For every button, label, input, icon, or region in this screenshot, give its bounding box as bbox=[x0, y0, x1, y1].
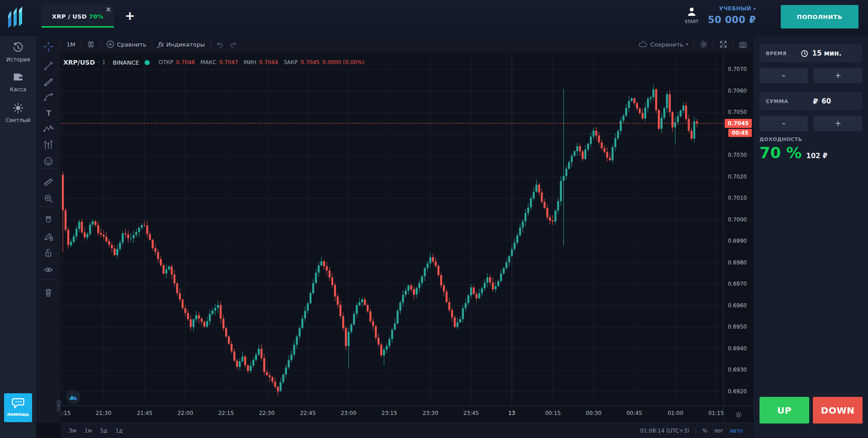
clock-icon bbox=[801, 50, 808, 57]
axis-settings-icon bbox=[735, 411, 742, 419]
toolbar-separator bbox=[40, 168, 57, 169]
crosshair-icon[interactable] bbox=[43, 42, 53, 52]
time-tick: 01:00 bbox=[665, 410, 686, 416]
candlestick-chart[interactable] bbox=[61, 52, 723, 405]
chart-legend: XRP/USD · 1 · BINANCE ОТКР 0.7046 МАКС 0… bbox=[63, 58, 364, 67]
sidebar-item-label: История bbox=[0, 57, 36, 63]
range-3m-button[interactable]: 3м bbox=[69, 428, 76, 434]
account-type-dropdown[interactable]: УЧЕБНЫЙ ▾ bbox=[703, 5, 756, 12]
lock-icon[interactable] bbox=[43, 248, 53, 258]
time-minus-button[interactable]: - bbox=[760, 68, 808, 83]
amount-label: СУММА bbox=[766, 99, 788, 104]
save-layout-button[interactable]: Сохранить ▾ bbox=[633, 36, 693, 52]
time-field[interactable]: ВРЕМЯ 15 мин. bbox=[760, 44, 862, 62]
price-tick: 0.6970 bbox=[728, 281, 747, 287]
drawing-toolbar: T bbox=[36, 36, 61, 423]
wallet-icon bbox=[12, 71, 24, 83]
time-tick: 23:00 bbox=[338, 410, 359, 416]
time-value: 15 мин. bbox=[812, 49, 841, 57]
down-button[interactable]: DOWN bbox=[813, 397, 863, 424]
price-tick: 0.6940 bbox=[728, 345, 747, 352]
price-tick: 0.7010 bbox=[728, 195, 747, 201]
chart-bottom-bar: 3м 1м 5д 1д 01:08:14 (UTC+3) % лог авто bbox=[61, 423, 753, 438]
time-plus-button[interactable]: + bbox=[814, 68, 862, 83]
compare-button[interactable]: Сравнить bbox=[101, 36, 152, 52]
tab-label: XRP / USD70% bbox=[42, 13, 114, 20]
tab-symbol: XRP / USD bbox=[52, 13, 87, 20]
ruler-icon[interactable] bbox=[43, 177, 53, 187]
sidebar-item-history[interactable]: История bbox=[0, 42, 36, 63]
eye-icon[interactable] bbox=[43, 265, 53, 275]
tab-close-icon[interactable]: × bbox=[105, 5, 111, 14]
price-tick: 0.6920 bbox=[728, 388, 747, 395]
asset-tab[interactable]: × XRP / USD70% bbox=[42, 5, 114, 28]
chart-type-button[interactable] bbox=[81, 36, 100, 52]
range-1d-button[interactable]: 1д bbox=[115, 428, 123, 434]
zoom-in-icon[interactable] bbox=[43, 193, 53, 203]
legend-separator: · bbox=[98, 59, 99, 66]
clock-utc[interactable]: 01:08:14 (UTC+3) bbox=[640, 428, 689, 434]
market-status-dot[interactable] bbox=[145, 60, 150, 65]
forecast-icon[interactable] bbox=[43, 140, 53, 150]
time-tick: 01:15 bbox=[705, 410, 723, 416]
camera-icon bbox=[739, 41, 747, 48]
help-label: помощь bbox=[4, 411, 32, 417]
fib-lines-icon[interactable] bbox=[43, 77, 53, 87]
high-label: МАКС bbox=[200, 59, 216, 66]
payout-amount: 102 ₽ bbox=[806, 152, 827, 160]
screenshot-button[interactable] bbox=[733, 36, 753, 52]
candles-icon bbox=[87, 40, 95, 48]
magnet-icon[interactable] bbox=[43, 215, 53, 225]
price-tick: 0.7050 bbox=[728, 109, 747, 115]
price-axis[interactable]: 0.70700.70600.70500.70400.70300.70200.70… bbox=[723, 52, 753, 405]
deposit-button[interactable]: ПОПОЛНИТЬ bbox=[781, 5, 859, 28]
trade-panel: ВРЕМЯ 15 мин. - + СУММА ₽ 60 - + ДОХОДНО… bbox=[753, 36, 868, 438]
auto-scale-button[interactable]: авто bbox=[730, 428, 743, 434]
history-icon bbox=[12, 42, 24, 53]
axis-settings-corner[interactable] bbox=[723, 405, 753, 423]
amount-minus-button[interactable]: - bbox=[760, 116, 808, 131]
add-tab-button[interactable]: + bbox=[125, 9, 135, 22]
price-tick: 0.6980 bbox=[728, 259, 747, 266]
amount-field[interactable]: СУММА ₽ 60 bbox=[760, 92, 862, 110]
sidebar-item-cashier[interactable]: Касса bbox=[0, 71, 36, 93]
legend-interval: 1 bbox=[102, 59, 106, 66]
profile-label: START bbox=[682, 19, 702, 24]
emoji-icon[interactable] bbox=[43, 156, 53, 166]
redo-button[interactable] bbox=[229, 36, 242, 52]
open-label: ОТКР bbox=[159, 59, 174, 66]
tab-payout: 70% bbox=[89, 13, 104, 20]
trend-line-icon[interactable] bbox=[43, 61, 53, 71]
up-button[interactable]: UP bbox=[760, 397, 809, 424]
draw-lock-icon[interactable] bbox=[43, 231, 53, 241]
percent-scale-button[interactable]: % bbox=[703, 428, 708, 434]
chart-canvas bbox=[61, 52, 723, 405]
time-tick: 21:30 bbox=[93, 410, 114, 416]
amount-plus-button[interactable]: + bbox=[814, 116, 862, 131]
time-axis[interactable]: 21:1521:3021:4522:0022:1522:3022:4523:00… bbox=[61, 405, 723, 423]
time-tick: 21:15 bbox=[61, 410, 74, 416]
indicators-button[interactable]: ƒx Индикаторы bbox=[152, 36, 211, 52]
gear-icon bbox=[699, 40, 708, 49]
fx-icon: ƒx bbox=[158, 41, 164, 48]
xabcd-pattern-icon[interactable] bbox=[43, 124, 53, 134]
range-5d-button[interactable]: 5д bbox=[100, 428, 107, 434]
log-scale-button[interactable]: лог bbox=[714, 428, 723, 434]
toolbar-separator bbox=[40, 279, 57, 280]
price-tick: 0.6930 bbox=[728, 367, 747, 373]
help-button[interactable]: помощь bbox=[4, 393, 32, 422]
svg-text:T: T bbox=[47, 109, 52, 118]
undo-button[interactable] bbox=[211, 36, 229, 52]
brush-icon[interactable] bbox=[43, 92, 53, 102]
text-tool-icon[interactable]: T bbox=[43, 108, 53, 118]
profile-button[interactable]: START bbox=[682, 6, 702, 24]
account-balance: 50 000 ₽ bbox=[703, 14, 756, 25]
range-1m-button[interactable]: 1м bbox=[85, 428, 92, 434]
trading-app: × XRP / USD70% + START УЧЕБНЫЙ ▾ 50 000 … bbox=[0, 0, 868, 438]
fullscreen-button[interactable] bbox=[714, 36, 733, 52]
trash-icon[interactable] bbox=[43, 287, 53, 297]
chart-settings-button[interactable] bbox=[694, 36, 713, 52]
interval-button[interactable]: 1М bbox=[61, 36, 81, 52]
legend-symbol[interactable]: XRP/USD bbox=[63, 59, 95, 66]
sidebar-item-theme[interactable]: Светлый bbox=[0, 102, 36, 123]
